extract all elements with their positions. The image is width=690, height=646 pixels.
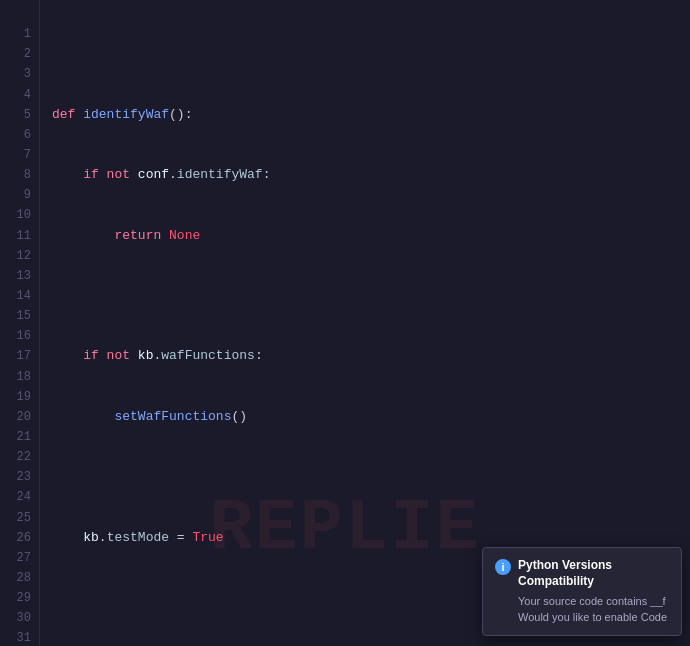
code-line: kb.testMode = True (52, 528, 690, 548)
code-line: return None (52, 226, 690, 246)
info-icon: i (495, 559, 511, 575)
tooltip-line2: Would you like to enable Code (518, 610, 669, 625)
tooltip-line1: Your source code contains __f (518, 594, 669, 609)
code-line (52, 44, 690, 64)
code-line: def identifyWaf(): (52, 105, 690, 125)
code-line: if not kb.wafFunctions: (52, 346, 690, 366)
tooltip-header: i Python Versions Compatibility (495, 558, 669, 589)
code-line: setWafFunctions() (52, 407, 690, 427)
code-line: if not conf.identifyWaf: (52, 165, 690, 185)
tooltip-title: Python Versions Compatibility (518, 558, 669, 589)
line-numbers: 1 2 3 4 5 6 7 8 9 10 11 12 13 14 15 16 1… (8, 0, 40, 646)
code-line (52, 467, 690, 487)
code-line (52, 286, 690, 306)
editor-gutter (0, 0, 8, 646)
tooltip-panel[interactable]: i Python Versions Compatibility Your sou… (482, 547, 682, 636)
